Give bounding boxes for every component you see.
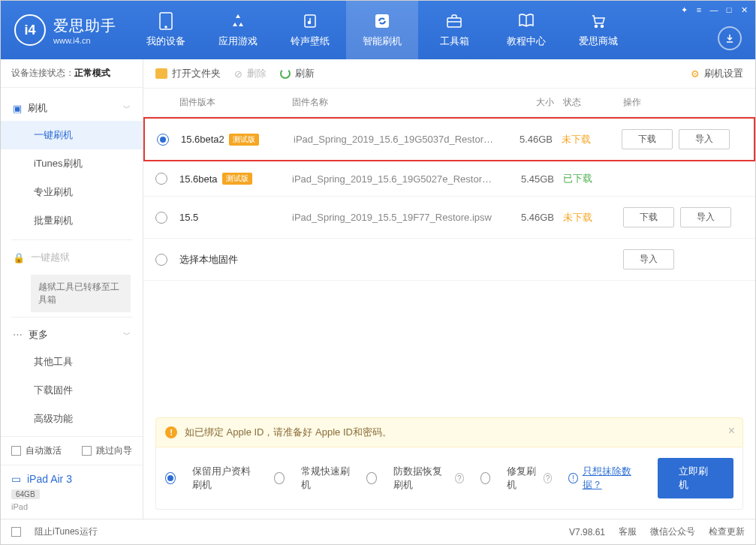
opt-anti-recovery[interactable]: 防数据恢复刷机? bbox=[366, 465, 464, 492]
main-nav: 我的设备 应用游戏 铃声壁纸 智能刷机 工具箱 教程中心 爱思商城 bbox=[130, 1, 755, 59]
flash-settings-button[interactable]: ⚙刷机设置 bbox=[691, 67, 743, 80]
more-icon: ⋯ bbox=[13, 329, 23, 340]
warning-icon: ! bbox=[165, 426, 177, 438]
firmware-row[interactable]: 15.6beta2测试版iPad_Spring_2019_15.6_19G503… bbox=[143, 117, 755, 161]
sidebar-item-oneclick-flash[interactable]: 一键刷机 bbox=[1, 121, 143, 149]
music-icon bbox=[301, 12, 319, 30]
sidebar-group-more[interactable]: ⋯ 更多 ﹀ bbox=[1, 322, 143, 348]
device-info[interactable]: ▭ iPad Air 3 64GB iPad bbox=[1, 465, 143, 519]
svg-point-7 bbox=[601, 26, 604, 28]
nav-flash[interactable]: 智能刷机 bbox=[346, 1, 418, 59]
firmware-row[interactable]: 15.5iPad_Spring_2019_15.5_19F77_Restore.… bbox=[143, 197, 755, 239]
header-size: 大小 bbox=[495, 96, 563, 109]
nav-toolbox[interactable]: 工具箱 bbox=[418, 1, 490, 59]
nav-tutorials[interactable]: 教程中心 bbox=[490, 1, 562, 59]
firmware-size: 5.46GB bbox=[494, 134, 562, 145]
folder-icon bbox=[155, 68, 167, 79]
firmware-filename: iPad_Spring_2019_15.6_19G5027e_Restore.i… bbox=[292, 173, 495, 185]
sidebar: 设备连接状态：正常模式 ▣ 刷机 ﹀ 一键刷机 iTunes刷机 专业刷机 批量… bbox=[1, 59, 143, 519]
local-firmware-label: 选择本地固件 bbox=[179, 253, 495, 266]
delete-icon: ⊘ bbox=[234, 68, 242, 80]
import-button[interactable]: 导入 bbox=[623, 249, 674, 269]
wechat-link[interactable]: 微信公众号 bbox=[650, 525, 695, 538]
firmware-row[interactable]: 15.6beta测试版iPad_Spring_2019_15.6_19G5027… bbox=[143, 161, 755, 197]
firmware-version: 15.6beta2测试版 bbox=[181, 134, 294, 146]
cart-icon bbox=[589, 12, 607, 30]
radio[interactable] bbox=[274, 472, 285, 484]
sidebar-item-itunes-flash[interactable]: iTunes刷机 bbox=[1, 149, 143, 178]
firmware-size: 5.45GB bbox=[495, 173, 563, 185]
radio[interactable] bbox=[480, 472, 490, 484]
firmware-radio[interactable] bbox=[155, 173, 167, 185]
import-button[interactable]: 导入 bbox=[679, 129, 730, 149]
radio[interactable] bbox=[366, 472, 377, 484]
device-icon bbox=[157, 12, 175, 30]
close-button[interactable]: ✕ bbox=[737, 4, 751, 16]
sidebar-item-other-tools[interactable]: 其他工具 bbox=[1, 348, 143, 376]
skip-guide-checkbox[interactable] bbox=[82, 446, 92, 456]
chevron-down-icon: ﹀ bbox=[123, 103, 131, 113]
local-firmware-row[interactable]: 选择本地固件导入 bbox=[143, 239, 755, 281]
support-link[interactable]: 客服 bbox=[619, 525, 637, 538]
header-action: 操作 bbox=[623, 96, 743, 109]
radio[interactable] bbox=[165, 472, 176, 484]
svg-rect-5 bbox=[447, 18, 461, 27]
download-icon bbox=[724, 33, 735, 44]
firmware-status: 未下载 bbox=[563, 211, 623, 224]
alert-close-button[interactable]: × bbox=[728, 424, 735, 438]
nav-my-device[interactable]: 我的设备 bbox=[130, 1, 202, 59]
firmware-status: 已下载 bbox=[563, 172, 623, 185]
chevron-down-icon: ﹀ bbox=[123, 330, 131, 340]
ipad-icon: ▭ bbox=[11, 473, 21, 485]
maximize-button[interactable]: □ bbox=[722, 4, 736, 16]
import-button[interactable]: 导入 bbox=[680, 207, 731, 227]
firmware-radio[interactable] bbox=[155, 254, 167, 266]
help-icon[interactable]: ? bbox=[455, 473, 464, 483]
header-status: 状态 bbox=[563, 96, 623, 109]
help-icon[interactable]: ? bbox=[544, 473, 553, 483]
flash-now-button[interactable]: 立即刷机 bbox=[658, 458, 733, 498]
flash-options: 保留用户资料刷机 常规快速刷机 防数据恢复刷机? 修复刷机? !只想抹除数据？ … bbox=[155, 447, 743, 510]
download-button[interactable]: 下载 bbox=[623, 207, 674, 227]
refresh-icon bbox=[373, 12, 391, 30]
firmware-filename: iPad_Spring_2019_15.5_19F77_Restore.ipsw bbox=[292, 212, 495, 223]
firmware-radio[interactable] bbox=[157, 134, 169, 146]
logo: i4 爱思助手 www.i4.cn bbox=[1, 1, 130, 59]
nav-apps[interactable]: 应用游戏 bbox=[202, 1, 274, 59]
sidebar-item-pro-flash[interactable]: 专业刷机 bbox=[1, 178, 143, 206]
auto-activate-checkbox[interactable] bbox=[11, 446, 21, 456]
svg-rect-4 bbox=[375, 14, 389, 28]
sidebar-group-flash[interactable]: ▣ 刷机 ﹀ bbox=[1, 95, 143, 121]
svg-point-6 bbox=[595, 26, 598, 28]
auto-activate-row: 自动激活 跳过向导 bbox=[1, 437, 143, 465]
minimize-button[interactable]: — bbox=[707, 4, 721, 16]
block-itunes-checkbox[interactable] bbox=[11, 527, 21, 537]
opt-repair[interactable]: 修复刷机? bbox=[480, 465, 553, 492]
sidebar-item-advanced[interactable]: 高级功能 bbox=[1, 405, 143, 433]
download-button[interactable]: 下载 bbox=[622, 129, 673, 149]
sidebar-group-jailbreak: 🔒 一键越狱 bbox=[1, 245, 143, 270]
toolbar: 打开文件夹 ⊘删除 刷新 ⚙刷机设置 bbox=[143, 59, 755, 89]
opt-keep-data[interactable]: 保留用户资料刷机 bbox=[165, 465, 258, 492]
menu-button[interactable]: ≡ bbox=[692, 4, 706, 16]
gear-icon: ⚙ bbox=[691, 68, 700, 80]
main-panel: 打开文件夹 ⊘删除 刷新 ⚙刷机设置 固件版本 固件名称 大小 状态 操作 15… bbox=[143, 59, 755, 519]
nav-ringtones[interactable]: 铃声壁纸 bbox=[274, 1, 346, 59]
delete-button[interactable]: ⊘删除 bbox=[234, 67, 267, 80]
sidebar-item-download-firmware[interactable]: 下载固件 bbox=[1, 376, 143, 405]
erase-link[interactable]: !只想抹除数据？ bbox=[568, 465, 640, 492]
skin-button[interactable]: ✦ bbox=[677, 4, 691, 16]
refresh-button[interactable]: 刷新 bbox=[280, 67, 315, 80]
sidebar-item-batch-flash[interactable]: 批量刷机 bbox=[1, 206, 143, 235]
firmware-filename: iPad_Spring_2019_15.6_19G5037d_Restore.i… bbox=[294, 134, 494, 145]
download-manager-button[interactable] bbox=[718, 26, 742, 50]
firmware-version: 15.5 bbox=[179, 212, 292, 223]
firmware-radio[interactable] bbox=[155, 212, 167, 224]
open-folder-button[interactable]: 打开文件夹 bbox=[155, 67, 221, 80]
nav-store[interactable]: 爱思商城 bbox=[562, 1, 634, 59]
statusbar: 阻止iTunes运行 V7.98.61 客服 微信公众号 检查更新 bbox=[1, 519, 755, 544]
check-update-link[interactable]: 检查更新 bbox=[709, 525, 745, 538]
connection-status: 设备连接状态：正常模式 bbox=[1, 59, 143, 88]
firmware-version: 15.6beta测试版 bbox=[179, 173, 292, 185]
opt-normal[interactable]: 常规快速刷机 bbox=[274, 465, 350, 492]
